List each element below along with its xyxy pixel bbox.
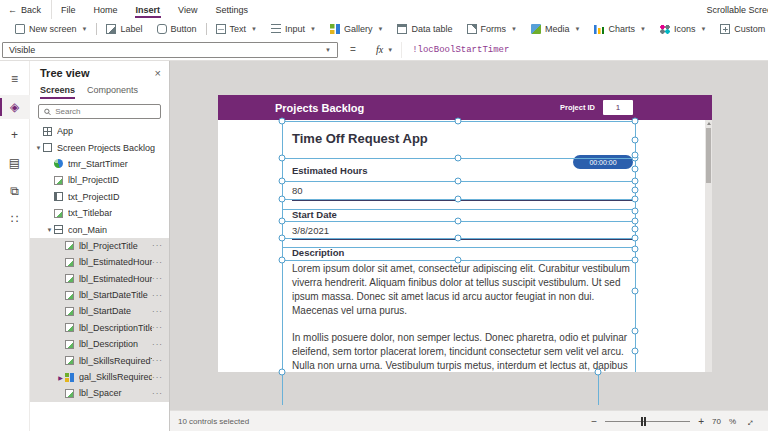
selection-handle[interactable]: [595, 369, 602, 376]
tree-item-lbl-spacer[interactable]: lbl_Spacer···: [30, 385, 169, 401]
description-text-label[interactable]: Lorem ipsum dolor sit amet, consectetur …: [292, 262, 640, 372]
tree-item-lbl-projecttitle[interactable]: lbl_ProjectTitle···: [30, 238, 169, 254]
hamburger-menu-icon[interactable]: ≡: [0, 67, 30, 91]
more-options-icon[interactable]: ···: [152, 356, 163, 365]
more-options-icon[interactable]: ···: [152, 291, 163, 300]
menu-item-settings[interactable]: Settings: [206, 0, 257, 19]
tree-item-gal-skillsrequired[interactable]: ▶gal_SkillsRequired···: [30, 369, 169, 385]
more-options-icon[interactable]: ···: [152, 340, 163, 349]
ribbon-item-gallery[interactable]: Gallery▼: [323, 19, 390, 39]
advanced-tools-icon[interactable]: ∷: [0, 207, 30, 231]
tree-item-lbl-projectid[interactable]: lbl_ProjectID: [30, 172, 169, 188]
tree-item-lbl-skillsrequiredtitle[interactable]: lbl_SkillsRequiredTitle···: [30, 352, 169, 368]
tree-item-txt-titlebar[interactable]: txt_Titlebar: [30, 205, 169, 221]
search-input[interactable]: [55, 107, 155, 116]
zoom-slider[interactable]: [605, 421, 690, 422]
tab-components[interactable]: Components: [87, 85, 138, 99]
ribbon-item-input[interactable]: Input▼: [264, 19, 323, 39]
tree-item-lbl-startdatetitle[interactable]: lbl_StartDateTitle···: [30, 287, 169, 303]
app-titlebar[interactable]: Projects Backlog Project ID 1: [218, 95, 712, 120]
selection-handle[interactable]: [632, 208, 639, 215]
selection-handle[interactable]: [279, 178, 286, 185]
selection-handle[interactable]: [632, 187, 639, 194]
back-button[interactable]: ← Back: [0, 0, 52, 19]
insert-plus-icon[interactable]: +: [0, 123, 30, 147]
selection-handle[interactable]: [455, 196, 462, 203]
selection-handle[interactable]: [279, 155, 286, 162]
more-options-icon[interactable]: ···: [152, 274, 163, 283]
more-options-icon[interactable]: ···: [152, 307, 163, 316]
selection-handle[interactable]: [455, 257, 462, 264]
zoom-slider-thumb[interactable]: [641, 417, 646, 426]
fit-to-window-icon[interactable]: ↔: [742, 414, 757, 429]
chevron-right-icon[interactable]: ▶: [56, 374, 65, 381]
ribbon-item-label[interactable]: Label: [99, 19, 149, 39]
estimated-hours-title-label[interactable]: Estimated Hours: [292, 165, 368, 176]
canvas-scrollbar[interactable]: [705, 120, 712, 372]
selection-handle[interactable]: [632, 218, 639, 225]
more-options-icon[interactable]: ···: [152, 323, 163, 332]
selection-handle[interactable]: [632, 246, 639, 253]
selection-handle[interactable]: [632, 166, 639, 173]
chevron-down-icon[interactable]: ▼: [34, 145, 43, 151]
selection-handle[interactable]: [279, 218, 286, 225]
tree-item-lbl-descriptiontitle[interactable]: lbl_DescriptionTitle···: [30, 320, 169, 336]
selection-handle[interactable]: [279, 257, 286, 264]
selection-handle[interactable]: [632, 137, 639, 144]
selection-handle[interactable]: [632, 178, 639, 185]
tree-item-lbl-description[interactable]: lbl_Description···: [30, 336, 169, 352]
tree-search-box[interactable]: [38, 104, 161, 119]
ribbon-item-new-screen[interactable]: New screen▼: [8, 19, 94, 39]
ribbon-item-icons[interactable]: Icons▼: [653, 19, 713, 39]
menu-item-view[interactable]: View: [169, 0, 206, 19]
form-app-title-label[interactable]: Time Off Request App: [292, 131, 428, 146]
selection-handle[interactable]: [632, 196, 639, 203]
ribbon-item-custom[interactable]: Custom▼: [713, 19, 768, 39]
menu-item-file[interactable]: File: [52, 0, 85, 19]
formula-input[interactable]: !locBoolStartTimer: [402, 45, 768, 55]
scrollbar-thumb[interactable]: [706, 128, 711, 183]
ribbon-item-forms[interactable]: Forms▼: [460, 19, 524, 39]
tree-item-tmr-starttimer[interactable]: tmr_StartTimer: [30, 156, 169, 172]
selection-handle[interactable]: [632, 328, 639, 335]
start-date-title-label[interactable]: Start Date: [292, 209, 337, 220]
fx-dropdown[interactable]: fx ▼: [368, 42, 402, 58]
media-panel-icon[interactable]: ⧉: [0, 179, 30, 203]
selection-handle[interactable]: [279, 118, 286, 125]
selection-handle[interactable]: [632, 118, 639, 125]
tree-item-lbl-estimatedhours[interactable]: lbl_EstimatedHours···: [30, 271, 169, 287]
selection-handle[interactable]: [455, 178, 462, 185]
scroll-up-icon[interactable]: [707, 122, 711, 125]
selection-handle[interactable]: [455, 218, 462, 225]
menu-item-home[interactable]: Home: [85, 0, 127, 19]
ribbon-item-button[interactable]: Button: [150, 19, 204, 39]
selection-handle[interactable]: [455, 155, 462, 162]
zoom-in-button[interactable]: +: [698, 416, 704, 427]
ribbon-item-charts[interactable]: Charts▼: [587, 19, 652, 39]
selection-handle[interactable]: [455, 118, 462, 125]
selection-handle[interactable]: [455, 235, 462, 242]
selection-handle[interactable]: [632, 226, 639, 233]
selection-handle[interactable]: [279, 235, 286, 242]
tab-screens[interactable]: Screens: [40, 85, 75, 99]
project-id-input[interactable]: 1: [603, 100, 633, 115]
selection-handle[interactable]: [632, 235, 639, 242]
tree-view-icon[interactable]: ◈: [0, 95, 30, 119]
selection-handle[interactable]: [632, 348, 639, 355]
tree-item-app[interactable]: App: [30, 123, 169, 139]
selection-handle[interactable]: [632, 257, 639, 264]
tree-item-screen-projects-backlog[interactable]: ▼Screen Projects Backlog: [30, 139, 169, 155]
menu-item-insert[interactable]: Insert: [127, 0, 170, 19]
more-options-icon[interactable]: ···: [152, 241, 163, 250]
estimated-hours-value-label[interactable]: 80: [292, 185, 303, 196]
more-options-icon[interactable]: ···: [152, 389, 163, 398]
start-date-value-label[interactable]: 3/8/2021: [292, 225, 329, 236]
tree-item-lbl-startdate[interactable]: lbl_StartDate···: [30, 303, 169, 319]
close-icon[interactable]: ×: [155, 67, 161, 79]
tree-item-con-main[interactable]: ▼con_Main: [30, 221, 169, 237]
selection-handle[interactable]: [632, 152, 639, 159]
selection-handle[interactable]: [279, 196, 286, 203]
selection-handle[interactable]: [279, 369, 286, 376]
ribbon-item-text[interactable]: Text▼: [209, 19, 264, 39]
more-options-icon[interactable]: ···: [152, 373, 163, 382]
